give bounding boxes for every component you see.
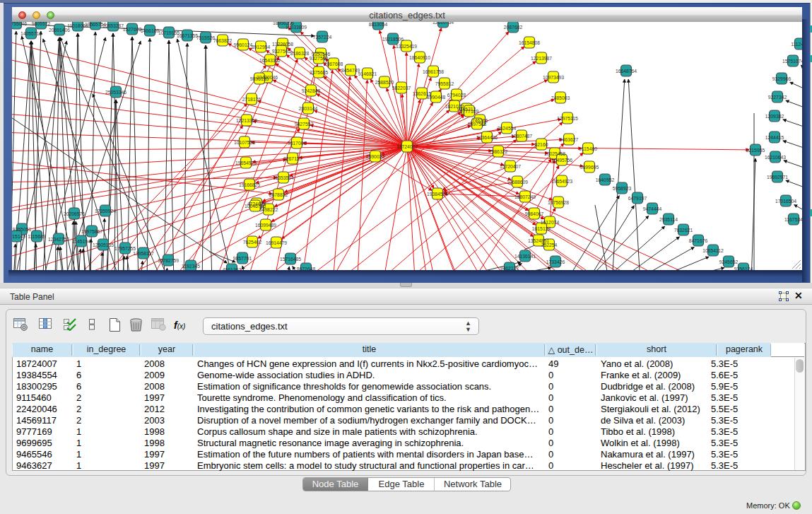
svg-text:20206576: 20206576 [64, 211, 85, 216]
svg-text:1209382: 1209382 [765, 114, 784, 119]
svg-text:3375685: 3375685 [310, 70, 329, 75]
svg-text:19692971: 19692971 [767, 175, 788, 180]
svg-text:10654112: 10654112 [702, 248, 724, 253]
svg-text:2087682: 2087682 [504, 25, 523, 30]
svg-text:17359924: 17359924 [95, 209, 116, 214]
svg-text:12213369: 12213369 [236, 118, 257, 123]
svg-text:9115460: 9115460 [579, 146, 597, 151]
svg-text:252254: 252254 [541, 243, 558, 247]
svg-text:1192345: 1192345 [182, 264, 200, 269]
svg-text:1527602: 1527602 [123, 27, 142, 32]
svg-text:16961758: 16961758 [423, 69, 444, 74]
svg-text:10973493: 10973493 [543, 75, 564, 80]
svg-text:1733426: 1733426 [546, 259, 565, 264]
svg-text:9327508: 9327508 [310, 56, 329, 61]
svg-text:8678832: 8678832 [269, 192, 288, 197]
svg-text:15716485: 15716485 [280, 257, 301, 262]
svg-text:1115689: 1115689 [28, 234, 46, 239]
svg-text:10807487: 10807487 [511, 134, 532, 139]
svg-text:12342757: 12342757 [48, 237, 69, 242]
svg-text:12610734: 12610734 [433, 22, 454, 25]
svg-text:7515526: 7515526 [196, 35, 216, 40]
svg-text:10653287: 10653287 [102, 23, 124, 28]
svg-text:8813054: 8813054 [369, 22, 388, 27]
svg-text:16914479: 16914479 [266, 240, 287, 245]
svg-text:10688609: 10688609 [507, 180, 528, 185]
svg-text:16099489: 16099489 [255, 223, 276, 228]
svg-text:15720407: 15720407 [500, 164, 521, 169]
svg-text:6466160: 6466160 [141, 28, 160, 33]
svg-text:19755046: 19755046 [12, 22, 27, 26]
svg-text:16033809: 16033809 [286, 25, 307, 30]
svg-text:2803144: 2803144 [299, 106, 318, 111]
svg-text:3498222: 3498222 [259, 207, 278, 212]
svg-text:7663822: 7663822 [213, 38, 233, 43]
svg-text:19654923: 19654923 [551, 179, 572, 184]
svg-text:16543362: 16543362 [259, 58, 281, 63]
svg-text:15751074: 15751074 [782, 59, 802, 64]
svg-text:16671355: 16671355 [177, 33, 198, 38]
svg-text:5958923: 5958923 [613, 186, 632, 191]
svg-text:9327505: 9327505 [272, 49, 291, 54]
svg-text:9463627: 9463627 [560, 137, 579, 142]
svg-text:16648764: 16648764 [616, 69, 637, 74]
svg-text:1145194: 1145194 [72, 239, 90, 244]
svg-text:19975867: 19975867 [81, 229, 102, 234]
svg-text:6794028: 6794028 [447, 93, 466, 98]
svg-text:2588520: 2588520 [375, 80, 394, 85]
svg-text:9245652: 9245652 [719, 259, 739, 264]
svg-text:9896135: 9896135 [250, 76, 269, 81]
svg-text:7632621: 7632621 [674, 228, 693, 233]
svg-text:9427552: 9427552 [295, 122, 314, 127]
svg-text:12505135: 12505135 [93, 243, 114, 247]
svg-text:1244415: 1244415 [765, 135, 784, 140]
svg-text:9084067: 9084067 [525, 211, 544, 216]
svg-text:19384554: 19384554 [427, 192, 448, 197]
svg-text:16154808: 16154808 [519, 40, 540, 45]
svg-text:20364436: 20364436 [476, 135, 498, 140]
svg-text:8912954: 8912954 [252, 45, 271, 49]
svg-text:9857791: 9857791 [233, 256, 252, 261]
svg-text:3624554: 3624554 [498, 126, 517, 131]
svg-text:8454749: 8454749 [341, 68, 360, 73]
svg-text:62160: 62160 [535, 142, 548, 147]
svg-text:2867608: 2867608 [324, 62, 343, 66]
svg-text:8471676: 8471676 [689, 238, 708, 243]
svg-text:7625402: 7625402 [243, 240, 262, 245]
svg-text:3915149: 3915149 [12, 234, 25, 239]
svg-text:17957255: 17957255 [114, 246, 136, 251]
svg-text:16210643: 16210643 [765, 155, 786, 160]
svg-text:1612074: 1612074 [541, 220, 560, 225]
svg-text:12213987: 12213987 [531, 56, 552, 61]
svg-text:9317006: 9317006 [288, 141, 307, 146]
svg-text:9960124: 9960124 [234, 42, 253, 47]
svg-text:6479197: 6479197 [628, 196, 647, 201]
svg-text:2718176: 2718176 [242, 97, 261, 102]
svg-text:9227342: 9227342 [768, 95, 787, 100]
svg-text:13325419: 13325419 [396, 44, 417, 49]
svg-text:14136141: 14136141 [514, 254, 536, 259]
svg-text:8990448: 8990448 [427, 95, 446, 100]
svg-text:13226058: 13226058 [272, 42, 293, 47]
svg-text:16495756: 16495756 [551, 158, 572, 163]
svg-text:9329966: 9329966 [772, 76, 792, 81]
svg-text:16782759: 16782759 [158, 258, 179, 263]
svg-text:7485003: 7485003 [551, 95, 570, 100]
svg-text:9355051: 9355051 [13, 227, 32, 232]
svg-text:9474444: 9474444 [643, 206, 662, 211]
svg-text:19756928: 19756928 [548, 200, 569, 205]
svg-text:11353594: 11353594 [273, 175, 294, 180]
svg-text:6497568: 6497568 [468, 122, 487, 127]
svg-text:3215955: 3215955 [746, 148, 765, 153]
svg-text:18724007: 18724007 [396, 144, 418, 149]
svg-text:8267110: 8267110 [283, 156, 302, 161]
svg-text:12975115: 12975115 [557, 116, 578, 121]
svg-text:10107553: 10107553 [234, 140, 255, 145]
svg-text:2590023: 2590023 [366, 154, 385, 159]
svg-text:1167534: 1167534 [784, 217, 802, 222]
svg-text:17016504: 17016504 [775, 199, 796, 204]
svg-text:20691406: 20691406 [49, 28, 70, 33]
svg-text:5822037: 5822037 [392, 86, 411, 90]
svg-text:18640910: 18640910 [409, 55, 430, 60]
svg-text:13958117: 13958117 [133, 251, 154, 256]
